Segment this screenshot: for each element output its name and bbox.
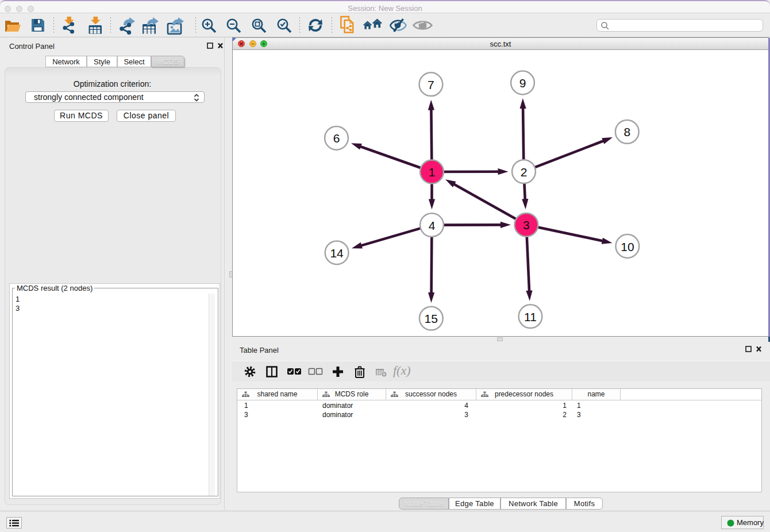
svg-text:2: 2 xyxy=(521,165,528,179)
svg-text:6: 6 xyxy=(333,132,340,145)
svg-text:8: 8 xyxy=(623,125,630,138)
svg-text:14: 14 xyxy=(330,246,344,260)
svg-text:1: 1 xyxy=(429,165,436,179)
svg-text:7: 7 xyxy=(428,78,434,91)
svg-text:4: 4 xyxy=(429,219,436,232)
svg-text:11: 11 xyxy=(524,310,537,323)
svg-text:3: 3 xyxy=(523,218,530,232)
svg-text:9: 9 xyxy=(519,76,526,90)
svg-text:15: 15 xyxy=(425,312,438,325)
svg-text:10: 10 xyxy=(621,240,634,253)
